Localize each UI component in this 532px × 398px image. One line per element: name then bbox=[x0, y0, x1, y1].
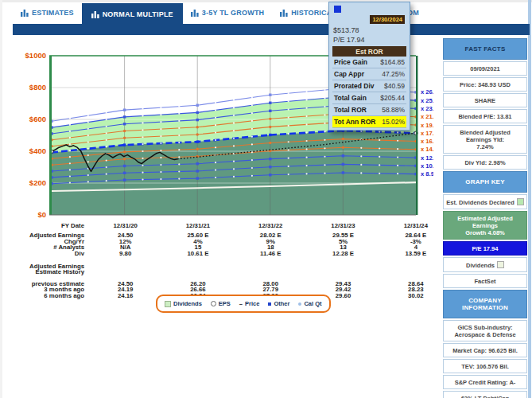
sidebar: FAST FACTS 09/09/2021 Price: 348.93 USD … bbox=[443, 38, 527, 398]
table-cell: 10.61 E bbox=[161, 251, 234, 256]
fast-facts-div-yld: Div Yld: 2.98% bbox=[443, 155, 527, 170]
svg-text:x 17.94: x 17.94 bbox=[421, 130, 433, 137]
table-cell: 13.59 E bbox=[379, 251, 452, 256]
tab-normal-multiple[interactable]: NORMAL MULTIPLE bbox=[82, 3, 183, 33]
tooltip-row: Total Gain$205.44 bbox=[332, 92, 406, 104]
tooltip-row-label: Total ROR bbox=[334, 106, 367, 114]
svg-text:x 8.97: x 8.97 bbox=[421, 170, 433, 178]
legend-item-label: Cal Qt bbox=[304, 300, 321, 307]
tooltip-row-value: $205.44 bbox=[380, 94, 405, 102]
tooltip-row: Prorated Div$40.59 bbox=[332, 80, 406, 92]
fast-facts-share: SHARE bbox=[443, 93, 527, 107]
fast-facts-header: FAST FACTS bbox=[443, 38, 527, 60]
earnings-growth-line1: Estimated Adjusted Earnings bbox=[445, 215, 525, 229]
graph-key-factset: FactSet bbox=[443, 274, 527, 288]
svg-text:x 19.73: x 19.73 bbox=[421, 122, 433, 129]
fast-facts-blended-yield: Blended Adjusted Earnings Yld: 7.24% bbox=[443, 125, 527, 154]
bar-chart-icon bbox=[91, 11, 99, 18]
table-cell: 11.46 E bbox=[235, 251, 307, 256]
table-row: Div9.8010.61 E11.46 E12.28 E13.59 E bbox=[0, 251, 457, 256]
bar-chart-icon bbox=[191, 10, 199, 17]
svg-text:x 16.15: x 16.15 bbox=[421, 138, 433, 145]
svg-text:$0: $0 bbox=[37, 210, 46, 219]
tooltip-row: Total ROR58.88% bbox=[332, 104, 406, 116]
legend-item-other[interactable]: Other bbox=[268, 300, 289, 307]
tooltip-rows: Price Gain$164.85Cap Appr47.25%Prorated … bbox=[332, 57, 406, 128]
tooltip-row-value: 47.25% bbox=[382, 70, 405, 78]
legend-item-label: EPS bbox=[219, 300, 231, 307]
tooltip-row-value: 58.88% bbox=[382, 106, 405, 114]
dividends-label: Dividends bbox=[466, 262, 495, 269]
table-cell: 12/31/21 bbox=[161, 223, 234, 228]
svg-text:x 21.53: x 21.53 bbox=[421, 113, 433, 120]
table-row-label: 6 months ago bbox=[0, 293, 89, 298]
table-cell: 24.16 bbox=[89, 293, 161, 298]
bar-chart-icon bbox=[280, 10, 288, 17]
earnings-growth-line2: Growth 4.08% bbox=[445, 229, 525, 236]
tooltip-row-label: Total Gain bbox=[334, 94, 367, 102]
tooltip-row: Cap Appr47.25% bbox=[332, 68, 406, 80]
eps-circle-icon bbox=[211, 301, 216, 306]
gics-line1: GICS Sub-industry: bbox=[445, 324, 525, 331]
company-info-header: COMPANY INFORMATION bbox=[443, 290, 527, 318]
est-dividends-swatch-icon bbox=[517, 198, 524, 205]
table-cell: 9.80 bbox=[89, 251, 161, 256]
tooltip-price: $513.78 bbox=[332, 25, 406, 35]
svg-text:x 23.32: x 23.32 bbox=[421, 105, 433, 112]
calqt-dot-icon bbox=[298, 302, 301, 306]
table-cell: 12/31/22 bbox=[235, 223, 307, 228]
chart-legend: DividendsEPS–PriceOtherCal Qt bbox=[156, 295, 331, 313]
scrollbar[interactable] bbox=[528, 0, 531, 398]
svg-text:x 14.35: x 14.35 bbox=[421, 146, 433, 153]
tooltip-row-value: 15.02% bbox=[382, 118, 405, 126]
price-dash-icon: – bbox=[239, 300, 243, 307]
table-cell: 12/31/20 bbox=[89, 223, 161, 228]
svg-text:$400: $400 bbox=[29, 146, 46, 155]
legend-item-label: Other bbox=[274, 300, 289, 307]
tooltip-row-label: Cap Appr bbox=[334, 70, 364, 78]
table-row-label: Div bbox=[0, 251, 89, 256]
company-info-debt: 62% LT Debt/Cap bbox=[443, 391, 527, 398]
chart-hover-tooltip: 12/30/2024 $513.78 P/E 17.94 Est ROR Pri… bbox=[328, 2, 410, 131]
tab-estimates[interactable]: ESTIMATES bbox=[13, 3, 82, 21]
table-row-label: FY Date bbox=[0, 223, 89, 228]
company-info-credit-rating: S&P Credit Rating: A- bbox=[443, 375, 527, 389]
table-cell: 30.02 bbox=[379, 293, 452, 298]
legend-item-dividends[interactable]: Dividends bbox=[165, 300, 202, 307]
tab-label: 3-5Y TL GROWTH bbox=[202, 9, 264, 17]
svg-text:$200: $200 bbox=[29, 178, 46, 187]
svg-text:x 12.56: x 12.56 bbox=[421, 154, 433, 162]
tooltip-row-value: $40.59 bbox=[384, 82, 405, 90]
gics-line2: Aerospace & Defense bbox=[445, 331, 525, 338]
blended-yield-line2: Earnings Yld: bbox=[445, 136, 525, 143]
tooltip-row-label: Price Gain bbox=[334, 58, 367, 66]
tooltip-row-label: Prorated Div bbox=[334, 82, 375, 90]
dividends-swatch-icon bbox=[497, 261, 504, 268]
table-cell: 12/31/24 bbox=[379, 223, 452, 228]
company-info-market-cap: Market Cap: 96.625 Bil. bbox=[443, 343, 527, 357]
hover-point-marker-icon bbox=[334, 6, 341, 13]
legend-item-eps[interactable]: EPS bbox=[211, 300, 231, 307]
svg-text:$800: $800 bbox=[29, 83, 46, 92]
graph-key-pe: P/E 17.94 bbox=[443, 241, 527, 256]
tooltip-est-ror-header: Est ROR bbox=[332, 46, 406, 57]
window-edge-top bbox=[0, 0, 532, 2]
table-row: FY Date12/31/2012/31/2112/31/2212/31/231… bbox=[0, 223, 457, 228]
estimates-table: FY Date12/31/2012/31/2112/31/2212/31/231… bbox=[0, 223, 457, 298]
table-row-label: Estimate History bbox=[0, 269, 89, 275]
svg-text:x 26.91: x 26.91 bbox=[421, 88, 433, 96]
svg-text:$1000: $1000 bbox=[25, 51, 46, 60]
tooltip-row-label: Tot Ann ROR bbox=[334, 118, 375, 126]
tab-3-5y-tl-growth[interactable]: 3-5Y TL GROWTH bbox=[183, 3, 272, 21]
legend-item-label: Price bbox=[245, 300, 259, 307]
other-dot-icon bbox=[268, 302, 271, 306]
fast-facts-price: Price: 348.93 USD bbox=[443, 77, 527, 92]
table-row: Estimate History bbox=[0, 269, 457, 275]
table-cell: 12.28 E bbox=[307, 251, 379, 256]
graph-key-dividends: Dividends bbox=[443, 257, 527, 272]
legend-item-cal-qt[interactable]: Cal Qt bbox=[298, 300, 321, 307]
svg-text:$600: $600 bbox=[29, 115, 46, 123]
legend-item-price[interactable]: –Price bbox=[239, 300, 260, 307]
graph-key-est-dividends: Est. Dividends Declared bbox=[443, 194, 527, 209]
tooltip-row: Tot Ann ROR15.02% bbox=[332, 116, 406, 128]
